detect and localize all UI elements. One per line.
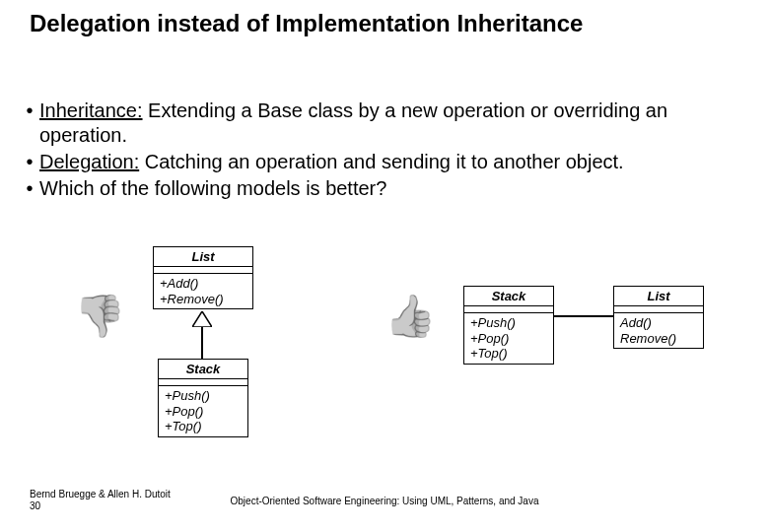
bullet-text: Which of the following models is better? [39, 176, 730, 201]
uml-class-attrs [154, 267, 252, 274]
uml-class-attrs [464, 306, 553, 313]
footer-page-number: 30 [30, 500, 40, 511]
bullet-dot: • [20, 176, 39, 201]
uml-class-ops: Add() Remove() [614, 313, 703, 348]
bullet-text: Delegation: Catching an operation and se… [39, 150, 730, 174]
bullet-list: • Inheritance: Extending a Base class by… [20, 99, 730, 203]
svg-marker-0 [192, 311, 212, 327]
footer-authors-text: Bernd Bruegge & Allen H. Dutoit [30, 489, 171, 499]
footer-authors: Bernd Bruegge & Allen H. Dutoit 30 [30, 489, 171, 512]
uml-class-name: Stack [159, 360, 247, 379]
uml-class-stack-right: Stack +Push() +Pop() +Top() [463, 286, 554, 365]
footer-book-title: Object-Oriented Software Engineering: Us… [231, 496, 539, 506]
thumbs-down-icon: 👎 [74, 296, 125, 337]
association-line [554, 315, 613, 317]
uml-class-attrs [159, 379, 247, 386]
uml-class-stack-left: Stack +Push() +Pop() +Top() [158, 359, 248, 437]
bullet-text: Inheritance: Extending a Base class by a… [39, 99, 730, 148]
bullet-term: Inheritance: [39, 100, 143, 121]
bullet-item: • Which of the following models is bette… [20, 176, 730, 201]
bullet-rest: Catching an operation and sending it to … [139, 151, 623, 172]
uml-class-ops: +Add() +Remove() [154, 274, 252, 308]
page-title: Delegation instead of Implementation Inh… [30, 10, 583, 38]
uml-class-name: Stack [464, 287, 553, 306]
uml-class-list-left: List +Add() +Remove() [153, 246, 253, 309]
bullet-rest: Which of the following models is better? [39, 177, 386, 199]
uml-class-attrs [614, 306, 703, 313]
inheritance-line [201, 327, 203, 359]
bullet-dot: • [20, 150, 39, 174]
thumbs-up-icon: 👍 [384, 296, 436, 337]
bullet-dot: • [20, 99, 39, 148]
uml-class-ops: +Push() +Pop() +Top() [464, 313, 553, 364]
uml-class-name: List [154, 247, 252, 267]
bullet-term: Delegation: [39, 151, 139, 172]
bullet-item: • Delegation: Catching an operation and … [20, 150, 730, 174]
uml-class-ops: +Push() +Pop() +Top() [159, 386, 247, 436]
uml-class-name: List [614, 287, 703, 306]
uml-class-list-right: List Add() Remove() [613, 286, 704, 349]
bullet-item: • Inheritance: Extending a Base class by… [20, 99, 730, 148]
